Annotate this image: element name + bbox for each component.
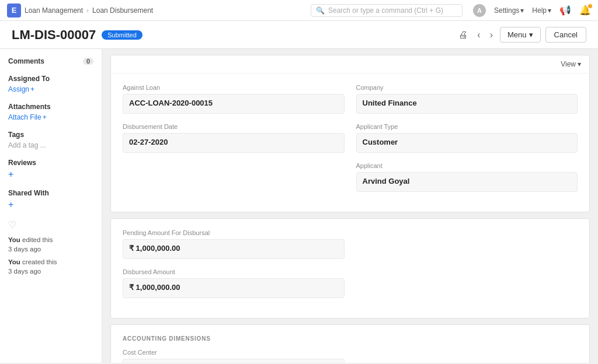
applicant-group: Applicant Arvind Goyal bbox=[356, 162, 578, 192]
add-shared-button[interactable]: + bbox=[8, 200, 93, 210]
sidebar: Comments 0 Assigned To Assign + Attachme… bbox=[0, 49, 102, 363]
settings-button[interactable]: Settings ▾ bbox=[494, 6, 524, 15]
attachments-section: Attachments Attach File + bbox=[8, 103, 93, 121]
activity-item-2: You created this3 days ago bbox=[8, 257, 93, 276]
breadcrumb-loan-disbursement[interactable]: Loan Disbursement bbox=[92, 6, 153, 15]
reviews-label: Reviews bbox=[8, 159, 93, 167]
help-button[interactable]: Help ▾ bbox=[532, 6, 551, 15]
breadcrumb-sep1: › bbox=[86, 6, 89, 15]
prev-button[interactable]: ‹ bbox=[475, 27, 482, 43]
print-button[interactable]: 🖨 bbox=[456, 27, 470, 43]
company-value[interactable]: United Finance bbox=[356, 94, 578, 114]
main-form-card: View ▾ Against Loan ACC-LOAN-2020-00015 … bbox=[110, 55, 590, 212]
card-body-accounting: ACCOUNTING DIMENSIONS Cost Center Main -… bbox=[111, 325, 589, 363]
disbursed-amount-value[interactable]: ₹ 1,000,000.00 bbox=[123, 278, 345, 298]
spacer-group bbox=[123, 162, 345, 192]
card-header: View ▾ bbox=[111, 55, 589, 74]
attach-plus-icon: + bbox=[43, 113, 47, 121]
assigned-to-label: Assigned To bbox=[8, 75, 93, 83]
add-review-button[interactable]: + bbox=[8, 169, 93, 180]
breadcrumb: Loan Management › Loan Disbursement bbox=[25, 6, 153, 15]
assign-plus-icon: + bbox=[30, 85, 34, 93]
pending-amount-value[interactable]: ₹ 1,000,000.00 bbox=[123, 239, 345, 259]
assign-button[interactable]: Assign + bbox=[8, 85, 93, 93]
against-loan-value[interactable]: ACC-LOAN-2020-00015 bbox=[123, 94, 345, 114]
main-layout: Comments 0 Assigned To Assign + Attachme… bbox=[0, 49, 598, 363]
megaphone-icon[interactable]: 📢 bbox=[559, 5, 571, 16]
status-badge: Submitted bbox=[102, 30, 142, 40]
search-icon: 🔍 bbox=[316, 6, 325, 15]
pending-amount-group: Pending Amount For Disbursal ₹ 1,000,000… bbox=[123, 229, 345, 259]
company-label: Company bbox=[356, 84, 578, 91]
shared-with-section: Shared With + bbox=[8, 189, 93, 210]
activity-item-1: You edited this3 days ago bbox=[8, 235, 93, 254]
disbursed-amount-group: Disbursed Amount ₹ 1,000,000.00 bbox=[123, 268, 345, 298]
avatar: A bbox=[473, 4, 486, 17]
comments-count: 0 bbox=[83, 58, 93, 65]
applicant-type-value[interactable]: Customer bbox=[356, 133, 578, 153]
form-row-amounts-1: Pending Amount For Disbursal ₹ 1,000,000… bbox=[123, 229, 578, 259]
accounting-dimensions-title: ACCOUNTING DIMENSIONS bbox=[123, 335, 578, 342]
disbursement-date-group: Disbursement Date 02-27-2020 bbox=[123, 123, 345, 153]
cancel-button[interactable]: Cancel bbox=[545, 27, 586, 43]
nav-right: A Settings ▾ Help ▾ 📢 🔔 bbox=[473, 4, 591, 17]
comments-label: Comments 0 bbox=[8, 57, 93, 65]
applicant-label: Applicant bbox=[356, 162, 578, 169]
applicant-value[interactable]: Arvind Goyal bbox=[356, 172, 578, 192]
add-tag-input[interactable]: Add a tag ... bbox=[8, 141, 93, 149]
activity-area: You edited this3 days ago You created th… bbox=[8, 235, 93, 276]
search-bar[interactable]: 🔍 Search or type a command (Ctrl + G) bbox=[311, 4, 463, 17]
cost-center-value[interactable]: Main - UF bbox=[123, 359, 345, 363]
view-chevron-icon: ▾ bbox=[578, 60, 581, 68]
form-row-3: Applicant Arvind Goyal bbox=[123, 162, 578, 192]
assigned-to-section: Assigned To Assign + bbox=[8, 75, 93, 93]
cost-center-label: Cost Center bbox=[123, 349, 345, 356]
tags-section: Tags Add a tag ... bbox=[8, 131, 93, 149]
disbursed-amount-label: Disbursed Amount bbox=[123, 268, 345, 275]
against-loan-group: Against Loan ACC-LOAN-2020-00015 bbox=[123, 84, 345, 114]
menu-button[interactable]: Menu ▾ bbox=[500, 27, 541, 43]
breadcrumb-loan-management[interactable]: Loan Management bbox=[25, 6, 83, 15]
against-loan-label: Against Loan bbox=[123, 84, 345, 91]
page-title: LM-DIS-00007 bbox=[12, 27, 96, 43]
attachments-label: Attachments bbox=[8, 103, 93, 111]
page-header: LM-DIS-00007 Submitted 🖨 ‹ › Menu ▾ Canc… bbox=[0, 21, 598, 49]
card-body-main: Against Loan ACC-LOAN-2020-00015 Company… bbox=[111, 74, 589, 212]
form-row-cost-center: Cost Center Main - UF bbox=[123, 349, 578, 363]
title-area: LM-DIS-00007 Submitted bbox=[12, 27, 142, 43]
comments-section: Comments 0 bbox=[8, 57, 93, 65]
form-row-2: Disbursement Date 02-27-2020 Applicant T… bbox=[123, 123, 578, 153]
form-row-1: Against Loan ACC-LOAN-2020-00015 Company… bbox=[123, 84, 578, 114]
search-placeholder: Search or type a command (Ctrl + G) bbox=[328, 6, 443, 15]
disbursement-date-label: Disbursement Date bbox=[123, 123, 345, 130]
menu-chevron-icon: ▾ bbox=[529, 30, 533, 39]
company-group: Company United Finance bbox=[356, 84, 578, 114]
next-button[interactable]: › bbox=[488, 27, 495, 43]
card-body-amounts: Pending Amount For Disbursal ₹ 1,000,000… bbox=[111, 219, 589, 318]
reviews-section: Reviews + bbox=[8, 159, 93, 180]
top-nav: E Loan Management › Loan Disbursement 🔍 … bbox=[0, 0, 598, 21]
applicant-type-label: Applicant Type bbox=[356, 123, 578, 130]
amounts-card: Pending Amount For Disbursal ₹ 1,000,000… bbox=[110, 218, 590, 318]
help-chevron-icon: ▾ bbox=[548, 6, 551, 15]
notification-dot bbox=[588, 4, 592, 8]
disbursement-date-value[interactable]: 02-27-2020 bbox=[123, 133, 345, 153]
shared-with-label: Shared With bbox=[8, 189, 93, 197]
page-actions: 🖨 ‹ › Menu ▾ Cancel bbox=[456, 27, 586, 43]
tags-label: Tags bbox=[8, 131, 93, 139]
applicant-type-group: Applicant Type Customer bbox=[356, 123, 578, 153]
notification-bell[interactable]: 🔔 bbox=[579, 5, 591, 16]
app-logo: E bbox=[7, 4, 21, 18]
like-icon[interactable]: ♡ bbox=[8, 219, 93, 230]
form-row-amounts-2: Disbursed Amount ₹ 1,000,000.00 bbox=[123, 268, 578, 298]
accounting-dimensions-card: ACCOUNTING DIMENSIONS Cost Center Main -… bbox=[110, 324, 590, 363]
cost-center-group: Cost Center Main - UF bbox=[123, 349, 345, 363]
pending-amount-label: Pending Amount For Disbursal bbox=[123, 229, 345, 236]
settings-chevron-icon: ▾ bbox=[520, 6, 524, 15]
attach-file-button[interactable]: Attach File + bbox=[8, 113, 93, 121]
view-button[interactable]: View ▾ bbox=[561, 60, 581, 68]
content-area: View ▾ Against Loan ACC-LOAN-2020-00015 … bbox=[102, 49, 598, 363]
